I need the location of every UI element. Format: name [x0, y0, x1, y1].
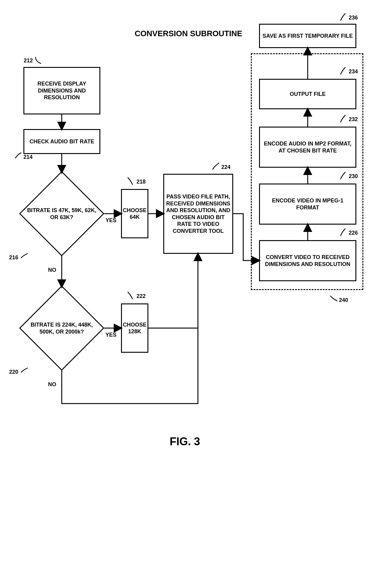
ref-234-leader-icon [339, 67, 347, 77]
diamond-220-label: BITRATE IS 224K, 448K, 500K, OR 2000k? [26, 321, 98, 335]
diamond-bitrate-check-2: BITRATE IS 224K, 448K, 500K, OR 2000k? [19, 285, 104, 371]
ref-224-leader-icon [212, 162, 220, 173]
ref-216: 216 [9, 253, 28, 263]
figure-label: FIG. 3 [170, 435, 200, 448]
diamond-bitrate-check-1: BITRATE IS 47K, 59K, 62K, OR 63K? [19, 171, 104, 256]
box-encode-audio: ENCODE AUDIO IN MP2 FORMAT, AT CHOSEN BI… [259, 127, 356, 168]
ref-220-text: 220 [9, 369, 18, 375]
ref-218-text: 218 [137, 179, 146, 185]
ref-218: 218 [127, 177, 146, 187]
ref-220-leader-icon [20, 367, 28, 377]
ref-240-text: 240 [339, 297, 348, 303]
ref-236: 236 [339, 13, 358, 23]
box-save-temp-file: SAVE AS FIRST TEMPORARY FILE [259, 24, 356, 48]
ref-214-text: 214 [23, 154, 33, 160]
ref-224-text: 224 [221, 164, 230, 170]
edge-no-1: NO [48, 267, 56, 273]
edge-no-2: NO [48, 381, 56, 388]
ref-232-text: 232 [349, 116, 358, 122]
box-output-file: OUTPUT FILE [259, 79, 356, 109]
ref-222-leader-icon [127, 291, 135, 302]
ref-212: 212 [24, 56, 42, 66]
ref-236-text: 236 [349, 15, 358, 21]
ref-230-leader-icon [339, 171, 347, 182]
diagram-title: CONVERSION SUBROUTINE [131, 29, 246, 38]
edge-yes-2: YES [105, 332, 116, 338]
ref-214: 214 [14, 152, 33, 163]
ref-212-leader-icon [34, 56, 42, 66]
ref-230-text: 230 [349, 173, 358, 179]
ref-226: 226 [339, 228, 358, 238]
ref-224: 224 [212, 162, 230, 173]
ref-240: 240 [330, 295, 348, 306]
box-receive-dimensions: RECEIVE DISPLAY DIMENSIONS AND RESOLUTIO… [23, 67, 100, 114]
ref-232-leader-icon [339, 114, 347, 125]
ref-230: 230 [339, 171, 358, 182]
ref-216-text: 216 [9, 254, 18, 261]
ref-218-leader-icon [127, 177, 135, 187]
box-check-audio-bitrate: CHECK AUDIO BIT RATE [23, 129, 100, 154]
ref-216-leader-icon [20, 253, 28, 263]
ref-214-leader-icon [14, 152, 22, 163]
ref-236-leader-icon [339, 13, 347, 23]
ref-222-text: 222 [137, 293, 146, 299]
ref-222: 222 [127, 291, 146, 302]
box-encode-video: ENCODE VIDEO IN MPEG-1 FORMAT [259, 184, 356, 225]
page: CONVERSION SUBROUTINE 200 RECEIVE DISPLA… [0, 0, 377, 588]
box-pass-to-converter: PASS VIDEO FILE PATH, RECEIVED DIMENSION… [163, 174, 233, 254]
ref-212-text: 212 [24, 58, 33, 64]
diamond-216-label: BITRATE IS 47K, 59K, 62K, OR 63K? [26, 207, 98, 221]
ref-234: 234 [339, 67, 358, 77]
ref-232: 232 [339, 114, 358, 125]
ref-234-text: 234 [349, 68, 358, 75]
ref-226-text: 226 [349, 230, 358, 236]
box-choose-128k: CHOOSE 128K [121, 303, 148, 353]
box-choose-64k: CHOOSE 64K [121, 189, 148, 238]
edge-yes-1: YES [105, 217, 116, 224]
box-convert-video: CONVERT VIDEO TO RECEIVED DIMENSIONS AND… [259, 240, 356, 281]
ref-240-leader-icon [330, 295, 337, 306]
ref-220: 220 [9, 367, 28, 377]
ref-226-leader-icon [339, 228, 347, 238]
